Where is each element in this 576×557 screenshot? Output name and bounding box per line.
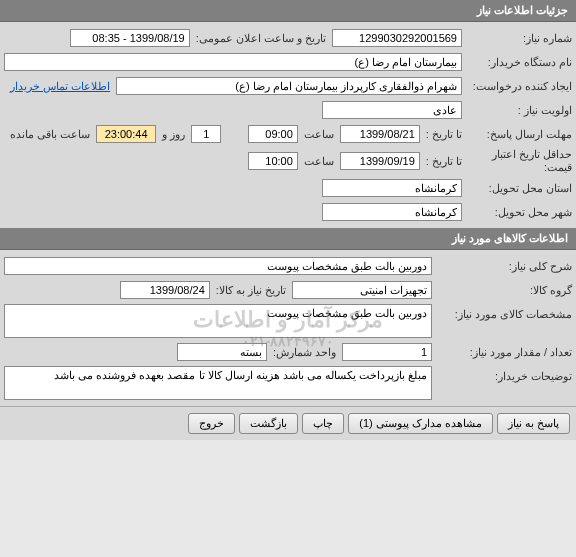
unit-label: واحد شمارش: <box>267 346 342 359</box>
group-field <box>292 281 432 299</box>
button-bar: پاسخ به نیاز مشاهده مدارک پیوستی (1) چاپ… <box>0 406 576 440</box>
qty-field <box>342 343 432 361</box>
priority-field <box>322 101 462 119</box>
buyer-contact-link[interactable]: اطلاعات تماس خریدار <box>4 80 116 93</box>
goods-info-header: اطلاعات کالاهای مورد نیاز <box>0 228 576 250</box>
min-credit-label: حداقل تاریخ اعتبار قیمت: <box>462 148 572 174</box>
desc-label: شرح کلی نیاز: <box>432 260 572 273</box>
group-label: گروه کالا: <box>432 284 572 297</box>
attachments-button[interactable]: مشاهده مدارک پیوستی (1) <box>348 413 493 434</box>
priority-label: اولویت نیاز : <box>462 104 572 117</box>
remain-days-field <box>191 125 221 143</box>
province-field <box>322 179 462 197</box>
remain-suffix-label: ساعت باقی مانده <box>4 128 96 141</box>
buyer-org-field <box>4 53 462 71</box>
announce-label: تاریخ و ساعت اعلان عمومی: <box>190 32 332 45</box>
buyer-org-label: نام دستگاه خریدار: <box>462 56 572 69</box>
remain-days-label: روز و <box>156 128 191 141</box>
spec-field <box>4 304 432 338</box>
notes-field <box>4 366 432 400</box>
deadline-sub-label: تا تاریخ : <box>420 128 462 141</box>
respond-button[interactable]: پاسخ به نیاز <box>497 413 570 434</box>
desc-field <box>4 257 432 275</box>
back-button[interactable]: بازگشت <box>239 413 298 434</box>
min-credit-date-field <box>340 152 420 170</box>
remain-time-field <box>96 125 156 143</box>
spec-label: مشخصات کالای مورد نیاز: <box>432 304 572 321</box>
exit-button[interactable]: خروج <box>188 413 235 434</box>
city-label: شهر محل تحویل: <box>462 206 572 219</box>
creator-field <box>116 77 462 95</box>
need-details-header: جزئیات اطلاعات نیاز <box>0 0 576 22</box>
creator-label: ایجاد کننده درخواست: <box>462 80 572 93</box>
unit-field <box>177 343 267 361</box>
need-date-field <box>120 281 210 299</box>
need-details-body: شماره نیاز: تاریخ و ساعت اعلان عمومی: نا… <box>0 22 576 228</box>
deadline-date-field <box>340 125 420 143</box>
announce-field <box>70 29 190 47</box>
print-button[interactable]: چاپ <box>302 413 344 434</box>
min-credit-time-label: ساعت <box>298 155 340 168</box>
need-date-label: تاریخ نیاز به کالا: <box>210 284 292 297</box>
deadline-time-field <box>248 125 298 143</box>
deadline-label: مهلت ارسال پاسخ: <box>462 128 572 141</box>
province-label: استان محل تحویل: <box>462 182 572 195</box>
goods-info-body: شرح کلی نیاز: گروه کالا: تاریخ نیاز به ک… <box>0 250 576 406</box>
qty-label: تعداد / مقدار مورد نیاز: <box>432 346 572 359</box>
deadline-time-label: ساعت <box>298 128 340 141</box>
city-field <box>322 203 462 221</box>
min-credit-time-field <box>248 152 298 170</box>
min-credit-sub-label: تا تاریخ : <box>420 155 462 168</box>
need-no-field <box>332 29 462 47</box>
notes-label: توضیحات خریدار: <box>432 366 572 383</box>
need-no-label: شماره نیاز: <box>462 32 572 45</box>
